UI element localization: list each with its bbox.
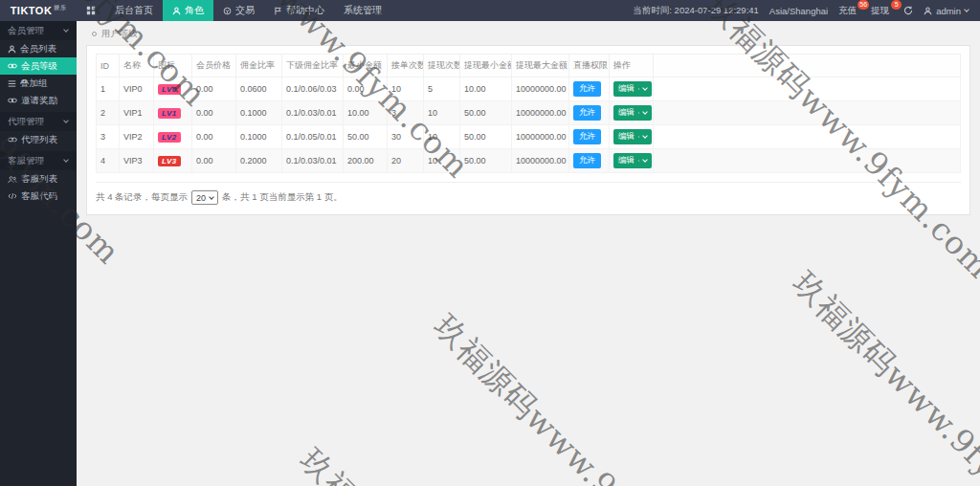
cell-name: VIP3 [120,149,154,173]
sidebar: 会员管理 会员列表 会员等级 叠加组 邀请奖励 代理管理 代理列表 客服管理 客… [0,21,77,486]
cell-icon: LV3 [154,149,192,173]
edit-button[interactable]: 编辑 [613,81,652,97]
page-size-value: 20 [196,193,206,203]
cell-withdraw-times: 10 [424,125,460,149]
page-size-select[interactable]: 20 [191,190,218,205]
cell-icon: LV1 [154,101,192,125]
col-header-rate: 佣金比率 [236,55,282,77]
sidebar-item-member-list[interactable]: 会员列表 [0,40,77,57]
col-header-withdraw-min: 提现最小金额 [460,55,512,77]
pagination-bar: 共 4 条记录，每页显示 20 条，共 1 页当前显示第 1 页。 [96,182,961,205]
cell-filler [654,125,961,149]
pagination-suffix: 条，共 1 页当前显示第 1 页。 [222,191,343,204]
chevron-down-icon [642,157,648,163]
cell-rate: 0.0600 [236,77,282,101]
allow-button[interactable]: 允许 [573,129,601,144]
cell-id: 2 [97,101,120,125]
chevron-down-icon [642,85,648,91]
sidebar-item-agent-list[interactable]: 代理列表 [0,131,77,148]
cell-filler [654,77,961,101]
level-badge: LV2 [158,132,181,143]
table-row: 4 VIP3 LV3 0.00 0.2000 0.1/0.03/0.01 200… [97,149,961,173]
sidebar-group-service[interactable]: 客服管理 [0,151,77,170]
sidebar-item-label: 客服列表 [21,173,57,186]
chevron-down-icon [63,118,69,123]
allow-button[interactable]: 允许 [573,105,601,121]
sidebar-item-invite-reward[interactable]: 邀请奖励 [0,92,77,109]
sidebar-item-label: 代理列表 [21,134,57,146]
chevron-down-icon [63,27,69,33]
cell-withdraw-max: 10000000.00 [512,149,569,173]
cell-filler [654,149,961,173]
col-header-min-amount: 最小金额 [344,55,388,77]
cell-order-times: 20 [388,149,424,173]
cell-live: 允许 [569,101,610,125]
cell-price: 0.00 [192,125,236,149]
sidebar-item-member-level[interactable]: 会员等级 [0,57,77,75]
cell-sub-rate: 0.1/0.05/0.01 [282,125,344,149]
sidebar-group-members[interactable]: 会员管理 [0,21,77,40]
menu-item-dashboard[interactable] [77,0,105,21]
cell-id: 1 [97,77,120,101]
table-row: 3 VIP2 LV2 0.00 0.1000 0.1/0.05/0.01 50.… [97,125,961,149]
edit-button[interactable]: 编辑 [613,129,652,144]
recharge-link[interactable]: 充值 56 [838,5,860,17]
cell-withdraw-max: 10000000.00 [512,125,569,149]
cell-withdraw-times: 5 [424,77,460,101]
sidebar-item-label: 客服代码 [21,190,57,203]
top-navbar: TIKTOK 娱乐 后台首页 角色 交易 帮助中心 系统管理 当前时间: 202… [0,0,980,21]
withdraw-label: 提现 [871,5,889,15]
menu-item-home[interactable]: 后台首页 [105,0,163,21]
users-icon [8,175,17,184]
edit-button-label: 编辑 [618,131,635,143]
cell-icon: LV0 [154,77,192,101]
cell-op: 编辑 [610,101,654,125]
level-badge: LV3 [158,156,181,166]
admin-username: admin [936,6,961,16]
edit-button[interactable]: 编辑 [613,105,652,121]
col-header-withdraw-times: 提现次数 [424,55,460,77]
cell-rate: 0.1000 [236,125,282,149]
sidebar-group-agents[interactable]: 代理管理 [0,112,77,131]
cell-price: 0.00 [192,149,236,173]
main-content: 用户等级 ID 名称 图标 会员价格 佣金比率 下级佣金比率 最小金额 接单次数 [77,21,980,486]
sidebar-item-stack-group[interactable]: 叠加组 [0,75,77,92]
sidebar-item-label: 叠加组 [20,77,48,90]
withdraw-link[interactable]: 提现 5 [871,5,893,17]
cell-op: 编辑 [610,125,654,149]
top-menu: 后台首页 角色 交易 帮助中心 系统管理 [77,0,391,21]
code-icon [8,192,17,200]
sidebar-item-service-code[interactable]: 客服代码 [0,188,77,205]
allow-button[interactable]: 允许 [573,81,601,97]
col-header-sub-rate: 下级佣金比率 [282,55,344,77]
menu-item-system[interactable]: 系统管理 [334,0,391,21]
menu-item-trade[interactable]: 交易 [213,0,264,21]
sidebar-item-label: 会员列表 [20,43,56,55]
edit-button[interactable]: 编辑 [613,153,652,168]
cell-id: 4 [97,149,120,173]
menu-item-role[interactable]: 角色 [163,0,213,21]
menu-label: 后台首页 [115,4,153,17]
allow-button[interactable]: 允许 [573,153,601,168]
user-icon [8,45,16,54]
chevron-down-icon [209,194,214,200]
flag-icon [274,7,282,15]
cell-withdraw-times: 10 [424,101,460,125]
cell-id: 3 [97,125,120,149]
admin-menu[interactable]: admin [924,6,969,16]
cell-name: VIP1 [120,101,154,125]
cell-rate: 0.2000 [236,149,282,173]
cell-op: 编辑 [610,77,654,101]
edit-button-label: 编辑 [618,107,635,119]
cell-live: 允许 [569,77,610,101]
refresh-icon[interactable] [903,6,913,15]
sidebar-item-service-list[interactable]: 客服列表 [0,170,77,188]
col-header-order-times: 接单次数 [388,55,424,77]
cell-withdraw-max: 10000000.00 [512,101,569,125]
cell-live: 允许 [569,149,610,173]
cell-name: VIP2 [120,125,154,149]
logo-text: TIKTOK [11,5,53,16]
topbar-right: 当前时间: 2024-07-29 12:29:41 Asia/Shanghai … [633,0,980,21]
cell-order-times: 10 [388,77,424,101]
menu-item-help[interactable]: 帮助中心 [264,0,334,21]
